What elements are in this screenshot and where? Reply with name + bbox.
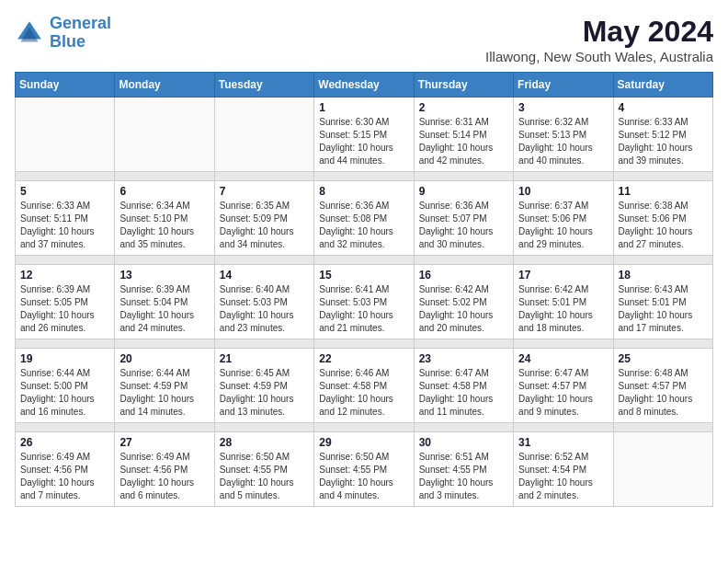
day-info: Sunrise: 6:39 AM Sunset: 5:05 PM Dayligh… (20, 283, 109, 335)
day-info: Sunrise: 6:40 AM Sunset: 5:03 PM Dayligh… (220, 283, 309, 335)
day-number: 28 (220, 436, 309, 449)
main-title: May 2024 (485, 15, 713, 49)
day-number: 9 (419, 185, 508, 198)
calendar-cell: 26Sunrise: 6:49 AM Sunset: 4:56 PM Dayli… (16, 432, 115, 507)
day-number: 22 (319, 352, 408, 365)
day-info: Sunrise: 6:49 AM Sunset: 4:56 PM Dayligh… (119, 451, 209, 502)
calendar-cell: 28Sunrise: 6:50 AM Sunset: 4:55 PM Dayli… (214, 432, 313, 507)
day-number: 24 (518, 352, 608, 365)
weekday-header-tuesday: Tuesday (214, 73, 313, 98)
day-info: Sunrise: 6:38 AM Sunset: 5:06 PM Dayligh… (619, 200, 708, 251)
weekday-header-sunday: Sunday (16, 73, 115, 98)
calendar-cell: 8Sunrise: 6:36 AM Sunset: 5:08 PM Daylig… (314, 181, 414, 256)
day-info: Sunrise: 6:33 AM Sunset: 5:12 PM Dayligh… (619, 116, 708, 167)
day-info: Sunrise: 6:52 AM Sunset: 4:54 PM Dayligh… (518, 451, 608, 502)
day-info: Sunrise: 6:50 AM Sunset: 4:55 PM Dayligh… (220, 451, 309, 502)
day-number: 30 (419, 436, 508, 449)
calendar-cell: 16Sunrise: 6:42 AM Sunset: 5:02 PM Dayli… (414, 265, 513, 339)
calendar-cell: 11Sunrise: 6:38 AM Sunset: 5:06 PM Dayli… (613, 181, 712, 256)
logo: General Blue (15, 15, 111, 52)
calendar-cell: 25Sunrise: 6:48 AM Sunset: 4:57 PM Dayli… (613, 349, 712, 423)
day-number: 17 (518, 269, 608, 282)
calendar-cell: 23Sunrise: 6:47 AM Sunset: 4:58 PM Dayli… (414, 349, 513, 423)
calendar-week-row: 19Sunrise: 6:44 AM Sunset: 5:00 PM Dayli… (16, 349, 713, 423)
day-info: Sunrise: 6:46 AM Sunset: 4:58 PM Dayligh… (319, 367, 408, 419)
day-number: 27 (119, 436, 209, 449)
calendar-cell (16, 98, 115, 172)
logo-general: General (50, 14, 111, 32)
weekday-header-friday: Friday (514, 73, 613, 98)
day-info: Sunrise: 6:49 AM Sunset: 4:56 PM Dayligh… (20, 451, 109, 502)
calendar-cell: 20Sunrise: 6:44 AM Sunset: 4:59 PM Dayli… (115, 349, 214, 423)
calendar-cell: 21Sunrise: 6:45 AM Sunset: 4:59 PM Dayli… (214, 349, 313, 423)
day-number: 11 (619, 185, 708, 198)
day-number: 6 (119, 185, 209, 198)
day-info: Sunrise: 6:42 AM Sunset: 5:02 PM Dayligh… (419, 283, 508, 335)
week-divider-row (16, 172, 713, 181)
day-info: Sunrise: 6:47 AM Sunset: 4:58 PM Dayligh… (419, 367, 508, 419)
calendar-cell: 18Sunrise: 6:43 AM Sunset: 5:01 PM Dayli… (613, 265, 712, 339)
calendar-cell: 17Sunrise: 6:42 AM Sunset: 5:01 PM Dayli… (514, 265, 613, 339)
day-number: 10 (518, 185, 608, 198)
calendar-cell: 2Sunrise: 6:31 AM Sunset: 5:14 PM Daylig… (414, 98, 513, 172)
day-info: Sunrise: 6:47 AM Sunset: 4:57 PM Dayligh… (518, 367, 608, 419)
calendar-cell: 13Sunrise: 6:39 AM Sunset: 5:04 PM Dayli… (115, 265, 214, 339)
day-number: 2 (419, 101, 508, 114)
week-divider-row (16, 423, 713, 432)
day-number: 31 (518, 436, 608, 449)
day-number: 20 (119, 352, 209, 365)
calendar-cell: 7Sunrise: 6:35 AM Sunset: 5:09 PM Daylig… (214, 181, 313, 256)
calendar-week-row: 12Sunrise: 6:39 AM Sunset: 5:05 PM Dayli… (16, 265, 713, 339)
day-info: Sunrise: 6:51 AM Sunset: 4:55 PM Dayligh… (419, 451, 508, 502)
day-info: Sunrise: 6:32 AM Sunset: 5:13 PM Dayligh… (518, 116, 608, 167)
weekday-header-monday: Monday (115, 73, 214, 98)
day-info: Sunrise: 6:37 AM Sunset: 5:06 PM Dayligh… (518, 200, 608, 251)
day-info: Sunrise: 6:43 AM Sunset: 5:01 PM Dayligh… (619, 283, 708, 335)
day-info: Sunrise: 6:39 AM Sunset: 5:04 PM Dayligh… (119, 283, 209, 335)
day-info: Sunrise: 6:34 AM Sunset: 5:10 PM Dayligh… (119, 200, 209, 251)
day-info: Sunrise: 6:36 AM Sunset: 5:07 PM Dayligh… (419, 200, 508, 251)
calendar-cell: 19Sunrise: 6:44 AM Sunset: 5:00 PM Dayli… (16, 349, 115, 423)
day-number: 18 (619, 269, 708, 282)
calendar-cell: 22Sunrise: 6:46 AM Sunset: 4:58 PM Dayli… (314, 349, 414, 423)
day-number: 26 (20, 436, 109, 449)
day-number: 1 (319, 101, 408, 114)
day-number: 15 (319, 269, 408, 282)
subtitle: Illawong, New South Wales, Australia (485, 49, 713, 64)
calendar-cell: 10Sunrise: 6:37 AM Sunset: 5:06 PM Dayli… (514, 181, 613, 256)
day-info: Sunrise: 6:44 AM Sunset: 4:59 PM Dayligh… (119, 367, 209, 419)
weekday-header-thursday: Thursday (414, 73, 513, 98)
day-number: 23 (419, 352, 508, 365)
day-info: Sunrise: 6:48 AM Sunset: 4:57 PM Dayligh… (619, 367, 708, 419)
week-divider-row (16, 256, 713, 265)
logo-text: General Blue (50, 15, 111, 52)
day-info: Sunrise: 6:44 AM Sunset: 5:00 PM Dayligh… (20, 367, 109, 419)
day-number: 4 (619, 101, 708, 114)
calendar-cell (115, 98, 214, 172)
day-info: Sunrise: 6:36 AM Sunset: 5:08 PM Dayligh… (319, 200, 408, 251)
calendar-week-row: 5Sunrise: 6:33 AM Sunset: 5:11 PM Daylig… (16, 181, 713, 256)
day-info: Sunrise: 6:30 AM Sunset: 5:15 PM Dayligh… (319, 116, 408, 167)
calendar-cell: 24Sunrise: 6:47 AM Sunset: 4:57 PM Dayli… (514, 349, 613, 423)
day-number: 29 (319, 436, 408, 449)
day-info: Sunrise: 6:31 AM Sunset: 5:14 PM Dayligh… (419, 116, 508, 167)
day-number: 13 (119, 269, 209, 282)
title-block: May 2024 Illawong, New South Wales, Aust… (485, 15, 713, 64)
day-info: Sunrise: 6:33 AM Sunset: 5:11 PM Dayligh… (20, 200, 109, 251)
weekday-header-saturday: Saturday (613, 73, 712, 98)
calendar-cell: 1Sunrise: 6:30 AM Sunset: 5:15 PM Daylig… (314, 98, 414, 172)
day-number: 16 (419, 269, 508, 282)
day-number: 5 (20, 185, 109, 198)
calendar-week-row: 1Sunrise: 6:30 AM Sunset: 5:15 PM Daylig… (16, 98, 713, 172)
day-info: Sunrise: 6:42 AM Sunset: 5:01 PM Dayligh… (518, 283, 608, 335)
weekday-header-row: SundayMondayTuesdayWednesdayThursdayFrid… (16, 73, 713, 98)
day-number: 8 (319, 185, 408, 198)
calendar-cell: 31Sunrise: 6:52 AM Sunset: 4:54 PM Dayli… (514, 432, 613, 507)
calendar-cell: 12Sunrise: 6:39 AM Sunset: 5:05 PM Dayli… (16, 265, 115, 339)
logo-blue: Blue (50, 32, 85, 51)
page-header: General Blue May 2024 Illawong, New Sout… (15, 15, 713, 64)
day-info: Sunrise: 6:45 AM Sunset: 4:59 PM Dayligh… (220, 367, 309, 419)
day-number: 21 (220, 352, 309, 365)
calendar-cell: 27Sunrise: 6:49 AM Sunset: 4:56 PM Dayli… (115, 432, 214, 507)
calendar-cell: 29Sunrise: 6:50 AM Sunset: 4:55 PM Dayli… (314, 432, 414, 507)
